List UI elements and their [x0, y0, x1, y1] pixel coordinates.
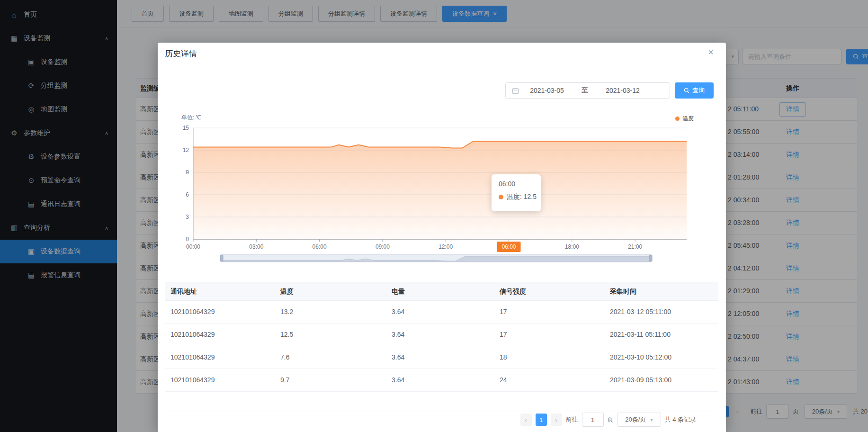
x-axis-tick-label: 12:00	[438, 243, 453, 250]
x-axis-tick-label: 03:00	[249, 243, 263, 250]
start-date-value: 2021-03-05	[519, 87, 575, 94]
column-header: 采集时间	[610, 288, 636, 296]
column-header: 温度	[280, 288, 294, 296]
datazoom-handle[interactable]	[649, 255, 652, 261]
detail-table-header: 通讯地址 温度 电量 信号强度 采集时间	[165, 282, 718, 301]
tooltip-time: 06:00	[499, 180, 541, 188]
tooltip-value: 温度: 12.5	[507, 193, 537, 201]
total-records-label: 共 4 条记录	[665, 415, 696, 424]
temperature-cell: 12.5	[280, 331, 293, 338]
address-cell: 102101064329	[170, 353, 215, 361]
datazoom-handle[interactable]	[220, 255, 223, 261]
x-axis-tick-label-highlighted: 06:00	[501, 243, 516, 250]
chevron-down-icon: ▾	[650, 417, 653, 423]
end-date-value: 2021-03-12	[595, 87, 651, 94]
x-axis-tick-label: 09:00	[376, 243, 390, 250]
signal-cell: 24	[500, 376, 507, 384]
dialog-pagination: ‹ 1 › 前往 页 20条/页 ▾ 共 4 条记录	[520, 413, 696, 427]
signal-cell: 17	[500, 308, 507, 315]
history-detail-dialog: 历史详情 × 2021-03-05 至 2021-03-12 查询 单位:	[158, 43, 726, 432]
dialog-title: 历史详情	[165, 48, 197, 59]
y-axis-tick-label: 9	[186, 169, 189, 176]
temperature-area	[193, 141, 687, 239]
collect-time-cell: 2021-03-12 05:11:00	[610, 308, 671, 315]
temperature-cell: 13.2	[280, 308, 293, 315]
tooltip-series-marker	[499, 195, 503, 199]
x-axis-tick-label: 00:00	[186, 243, 200, 250]
prev-page-button[interactable]: ‹	[520, 414, 532, 426]
page-unit-label: 页	[608, 415, 614, 424]
search-icon	[684, 88, 689, 93]
column-header: 信号强度	[500, 288, 526, 296]
address-cell: 102101064329	[170, 376, 215, 384]
screen: ⌂ 首页 ▦ 设备监测 ∧ ▣ 设备监测 ⟳ 分组监测 ◎ 地图监测 ⚙	[0, 0, 868, 432]
signal-cell: 17	[500, 331, 507, 338]
goto-label: 前往	[566, 415, 578, 424]
y-axis-tick-label: 6	[186, 191, 189, 198]
page-size-select[interactable]: 20条/页 ▾	[617, 413, 661, 427]
x-axis-tick-label: 06:00	[313, 243, 327, 250]
y-axis-tick-label: 12	[183, 147, 189, 153]
detail-table-body: 102101064329 13.2 3.64 17 2021-03-12 05:…	[165, 301, 718, 392]
temperature-cell: 9.7	[280, 376, 289, 384]
table-row: 102101064329 13.2 3.64 17 2021-03-12 05:…	[165, 301, 718, 324]
address-cell: 102101064329	[170, 308, 215, 315]
battery-cell: 3.64	[392, 353, 404, 361]
calendar-icon	[512, 87, 519, 94]
query-button[interactable]: 查询	[675, 82, 714, 99]
date-range-separator: 至	[575, 86, 595, 95]
column-header: 电量	[392, 288, 405, 296]
column-header: 通讯地址	[170, 288, 197, 296]
temperature-cell: 7.6	[280, 353, 289, 361]
battery-cell: 3.64	[392, 331, 404, 338]
signal-cell: 18	[500, 353, 507, 361]
current-page-button[interactable]: 1	[536, 414, 547, 426]
goto-page-input[interactable]	[582, 413, 604, 427]
battery-cell: 3.64	[392, 308, 404, 315]
y-axis-tick-label: 15	[183, 125, 189, 131]
y-axis-tick-label: 3	[186, 214, 189, 220]
temperature-history-chart: 0369121500:0003:0006:0009:0012:0006:0018…	[158, 109, 726, 265]
date-range-picker[interactable]: 2021-03-05 至 2021-03-12	[505, 82, 670, 99]
table-empty-row	[165, 392, 718, 411]
address-cell: 102101064329	[170, 331, 215, 338]
y-axis-tick-label: 0	[186, 236, 189, 243]
dialog-close-icon[interactable]: ×	[708, 47, 714, 57]
collect-time-cell: 2021-03-10 05:12:00	[610, 353, 671, 361]
table-row: 102101064329 9.7 3.64 24 2021-03-09 05:1…	[165, 369, 718, 392]
collect-time-cell: 2021-03-09 05:13:00	[610, 376, 671, 384]
table-row: 102101064329 12.5 3.64 17 2021-03-11 05:…	[165, 324, 718, 346]
table-row: 102101064329 7.6 3.64 18 2021-03-10 05:1…	[165, 346, 718, 369]
x-axis-tick-label: 18:00	[565, 243, 579, 250]
x-axis-tick-label: 21:00	[628, 243, 642, 250]
chart-tooltip: 06:00 温度: 12.5	[492, 174, 541, 211]
next-page-button[interactable]: ›	[551, 414, 562, 426]
battery-cell: 3.64	[392, 376, 404, 384]
collect-time-cell: 2021-03-11 05:11:00	[610, 331, 671, 338]
